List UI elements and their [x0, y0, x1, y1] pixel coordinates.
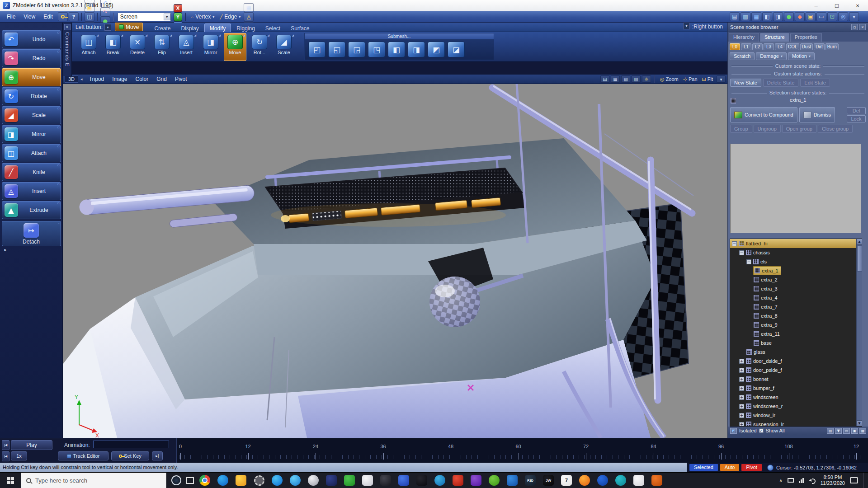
viewport-menu-grid[interactable]: Grid — [152, 76, 171, 82]
tree-node-windscreen[interactable]: +windscreen — [730, 393, 862, 402]
sidebar-tool-undo[interactable]: ↶Undo — [2, 30, 61, 48]
key-icon[interactable] — [58, 12, 68, 21]
grid-snap-icon[interactable]: ▦ — [244, 3, 254, 12]
sidebar-tool-scale[interactable]: ◢Scale — [2, 106, 61, 124]
sidebar-tool-insert[interactable]: ◬Insert — [2, 182, 61, 200]
submesh-tool-8[interactable]: ◪ — [448, 42, 465, 57]
taskbar-search[interactable]: Type here to search — [21, 473, 166, 488]
tree-node-windscreen_r[interactable]: +windscreen_r — [730, 402, 862, 411]
sidebar-tool-attach[interactable]: ◫Attach — [2, 144, 61, 162]
taskbar-app-edge-beta[interactable] — [268, 473, 286, 488]
sidebar-tool-knife[interactable]: ╱Knife — [2, 163, 61, 181]
taskbar-app-chat-app[interactable] — [359, 473, 377, 488]
grid-view-icon[interactable]: ▦ — [859, 428, 866, 434]
close-icon[interactable]: × — [64, 24, 71, 30]
tree-scrollbar[interactable]: ▲ ▼ — [856, 239, 862, 426]
sidebar-expand-arrow[interactable]: ▸ — [2, 247, 61, 252]
tree-node-extra_4[interactable]: extra_4 — [730, 293, 862, 302]
modify-delete-button[interactable]: ×Delete — [126, 33, 149, 61]
tree-node-door_dside_f[interactable]: +door_dside_f — [730, 357, 862, 366]
taskbar-app-edge[interactable] — [214, 473, 232, 488]
lod-button-l2[interactable]: L2 — [752, 43, 763, 50]
tree-node-base[interactable]: base — [730, 338, 862, 347]
taskbar-app-notepad[interactable] — [630, 473, 648, 488]
submesh-tool-3[interactable]: ◲ — [348, 42, 365, 57]
collapse-icon[interactable]: − — [746, 259, 751, 264]
tree-node-flatbed_hi[interactable]: −flatbed_hi — [730, 239, 862, 248]
track-editor-button[interactable]: Track Editor — [58, 451, 108, 460]
fit-tool-icon[interactable]: ⊡ — [827, 12, 837, 21]
camera-icon[interactable]: ▥ — [632, 75, 641, 83]
target-icon[interactable]: ◎ — [838, 12, 848, 21]
lod-button-dust[interactable]: Dust — [800, 43, 813, 50]
lod-button-l4[interactable]: L4 — [775, 43, 785, 50]
dismiss-button[interactable]: Dismiss — [799, 107, 835, 122]
submesh-tool-1[interactable]: ◰ — [308, 42, 326, 57]
axis-x-button[interactable]: X — [174, 4, 182, 13]
lod-button-burn[interactable]: Burn — [826, 43, 839, 50]
tree-node-extra_1[interactable]: extra_1 — [730, 266, 862, 275]
modify-break-button[interactable]: ◧Break — [102, 33, 124, 61]
taskbar-app-firefox[interactable] — [576, 473, 594, 488]
vertex-mode-button[interactable]: ∴ Vertex ▾ — [189, 12, 217, 21]
submesh-tool-2[interactable]: ◱ — [328, 42, 345, 57]
task-view-icon[interactable] — [186, 477, 194, 484]
expand-icon[interactable]: + — [739, 368, 744, 373]
taskbar-app-app-purple[interactable] — [467, 473, 485, 488]
viewport-zoom-control[interactable]: ◎Zoom — [658, 76, 681, 82]
network-icon[interactable] — [799, 478, 804, 483]
modify-scale-button[interactable]: ◢Scale — [273, 33, 295, 61]
tree-node-window_lr[interactable]: +window_lr — [730, 411, 862, 420]
taskbar-app-settings[interactable] — [250, 473, 268, 488]
tree-node-door_pside_f[interactable]: +door_pside_f — [730, 366, 862, 375]
tree-node-els[interactable]: −els — [730, 257, 862, 266]
scene-tab-structure[interactable]: Structure — [760, 33, 789, 42]
del-button[interactable]: Del — [847, 107, 866, 114]
submesh-tool-4[interactable]: ◳ — [368, 42, 385, 57]
close-button[interactable]: × — [847, 0, 868, 11]
tree-node-bumper_f[interactable]: +bumper_f — [730, 384, 862, 393]
modify-move-button[interactable]: ⊕Move — [224, 33, 246, 61]
chevron-left-icon[interactable]: ◂ — [79, 77, 84, 81]
tree-node-chassis[interactable]: −chassis — [730, 248, 862, 257]
notification-center-icon[interactable] — [850, 477, 858, 483]
tree-node-extra_9[interactable]: extra_9 — [730, 320, 862, 329]
viewport-3d[interactable]: Y X — [63, 84, 727, 438]
taskbar-app-app-orange[interactable] — [648, 473, 666, 488]
list-view-icon[interactable]: ▤ — [827, 428, 834, 434]
menu-file[interactable]: File — [3, 13, 19, 21]
speed-button[interactable]: 1x — [11, 451, 27, 460]
help-icon[interactable]: ? — [69, 12, 79, 21]
axis-y-button[interactable]: Y — [174, 13, 182, 21]
tree-node-glass[interactable]: glass — [730, 347, 862, 357]
state-button-motion[interactable]: Motion▾ — [788, 52, 815, 60]
expand-icon[interactable]: + — [739, 395, 744, 400]
left-button-tool[interactable]: Move — [115, 23, 143, 31]
open-file-icon[interactable]: ▣ — [85, 3, 94, 12]
taskbar-app-app-teal[interactable] — [612, 473, 630, 488]
sidebar-tool-move[interactable]: ⊕Move — [2, 68, 61, 86]
scene-tab-properties[interactable]: Properties — [790, 33, 822, 42]
menu-edit[interactable]: Edit — [39, 13, 57, 21]
tree-node-extra_3[interactable]: extra_3 — [730, 284, 862, 293]
screen-mode-select[interactable]: Screen ▼ — [118, 13, 171, 21]
play-button[interactable]: Play — [11, 440, 52, 450]
marker-icon[interactable]: ◆ — [795, 12, 805, 21]
expand-icon[interactable]: + — [739, 422, 744, 427]
texture-slot-icon[interactable]: ▣ — [806, 12, 816, 21]
chevron-down-icon[interactable]: ▾ — [849, 12, 859, 21]
jump-start-icon[interactable]: |◀ — [2, 440, 9, 450]
state-list-box[interactable] — [730, 144, 861, 233]
new-file-icon[interactable]: ▢ — [85, 0, 94, 3]
lod-button-l3[interactable]: L3 — [764, 43, 774, 50]
sidebar-tool-rotate[interactable]: ↻Rotate — [2, 87, 61, 105]
collapse-icon[interactable]: − — [732, 241, 737, 246]
tree-node-extra_2[interactable]: extra_2 — [730, 275, 862, 284]
viewport-menu-caret[interactable]: ▾ — [717, 75, 726, 83]
taskbar-app-sphere-app[interactable] — [304, 473, 322, 488]
panel-icon[interactable]: ▥ — [741, 12, 750, 21]
edge-mode-button[interactable]: ╱ Edge ▾ — [217, 12, 243, 21]
taskbar-app-app-green[interactable] — [340, 473, 359, 488]
taskbar-app-app-green-2[interactable] — [485, 473, 503, 488]
maximize-button[interactable]: □ — [826, 0, 847, 11]
